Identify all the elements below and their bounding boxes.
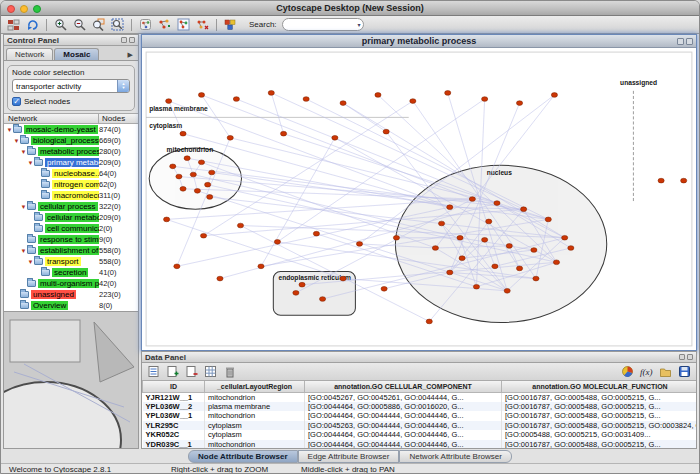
network-node[interactable] — [521, 207, 527, 212]
network-node[interactable] — [482, 237, 488, 242]
delete-attribute-button[interactable] — [183, 364, 200, 379]
tree-row-label[interactable]: nitrogen compo... — [52, 180, 99, 189]
tab-node-attribute-browser[interactable]: Node Attribute Browser — [188, 450, 298, 463]
table-row[interactable]: YDR039C__1mitochondrion[GO:0044464, GO:0… — [143, 440, 697, 449]
tree-row[interactable]: response to stimul...9(0) — [4, 234, 138, 245]
network-node[interactable] — [164, 217, 170, 222]
tree-row[interactable]: cellular metabo...209(0) — [4, 212, 138, 223]
network-view-titlebar[interactable]: primary metabolic process — [142, 35, 696, 48]
table-cell[interactable]: mitochondrion — [205, 411, 305, 421]
network-node[interactable] — [459, 256, 465, 261]
chart-button[interactable] — [619, 364, 636, 379]
network-edge[interactable] — [202, 95, 231, 138]
search-field[interactable]: ▾ — [282, 18, 364, 31]
tree-row[interactable]: ▼transport558(0) — [4, 256, 138, 267]
tree-row-label[interactable]: transport — [45, 257, 81, 266]
network-node[interactable] — [356, 242, 362, 247]
table-cell[interactable]: mitochondrion — [205, 392, 305, 402]
table-cell[interactable]: [GO:0045267, GO:0045261, GO:0044444, G..… — [305, 392, 502, 402]
network-graph[interactable]: plasma membranecytoplasmmitochondrionnuc… — [142, 48, 696, 350]
tree-row[interactable]: ▼cellular process322(0) — [4, 201, 138, 212]
table-column-header[interactable]: ID — [143, 381, 205, 392]
network-node[interactable] — [166, 99, 172, 104]
table-cell[interactable]: [GO:0016787, GO:0005488, GO:0005215, G..… — [502, 440, 697, 449]
network-node[interactable] — [293, 291, 299, 296]
zoom-fit-button[interactable] — [109, 17, 126, 32]
network-node[interactable] — [184, 156, 190, 161]
tree-row[interactable]: ▼establishment of l...558(0) — [4, 245, 138, 256]
table-cell[interactable]: [GO:0044464, GO:0005886, GO:0016020, G..… — [305, 402, 502, 412]
tree-header[interactable]: Network Nodes — [4, 113, 138, 124]
tree-row[interactable]: multi-organism pro...42(0) — [4, 278, 138, 289]
network-node[interactable] — [194, 188, 200, 193]
table-cell[interactable]: YLR295C — [143, 421, 205, 431]
network-node[interactable] — [551, 93, 557, 98]
expand-triangle-icon[interactable]: ▼ — [20, 204, 27, 210]
tree-row-label[interactable]: Overview — [31, 301, 68, 310]
tree-row[interactable]: nitrogen compo...62(0) — [4, 179, 138, 190]
network-node[interactable] — [531, 248, 537, 253]
import-network-button[interactable] — [5, 17, 22, 32]
table-cell[interactable]: YDR039C__1 — [143, 440, 205, 449]
network-node[interactable] — [180, 131, 186, 136]
network-node[interactable] — [170, 164, 176, 169]
frame-maximize-icon[interactable] — [686, 38, 693, 45]
table-cell[interactable]: [GO:0044464, GO:0044444, GO:0044446, G..… — [305, 411, 502, 421]
new-attribute-button[interactable] — [164, 364, 181, 379]
network-node[interactable] — [438, 221, 444, 226]
network-node[interactable] — [258, 264, 264, 269]
select-nodes-checkbox[interactable]: ✓ — [12, 97, 21, 106]
titlebar[interactable]: Cytoscape Desktop (New Session) — [1, 1, 699, 16]
network-node[interactable] — [209, 170, 215, 175]
table-cell[interactable]: YKR052C — [143, 430, 205, 440]
network-node[interactable] — [268, 91, 274, 96]
network-node[interactable] — [340, 276, 346, 281]
network-node[interactable] — [494, 201, 500, 206]
table-row[interactable]: YKR052Ccytoplasm[GO:0044464, GO:0044444,… — [143, 430, 697, 440]
network-node[interactable] — [447, 270, 453, 275]
network-node[interactable] — [457, 235, 463, 240]
table-cell[interactable]: [GO:0044464, GO:0044444, GO:0044446, G..… — [305, 430, 502, 440]
network-node[interactable] — [174, 264, 180, 269]
table-cell[interactable]: cytoplasm — [205, 430, 305, 440]
tab-overflow-button[interactable]: ▶ — [125, 50, 136, 60]
table-cell[interactable]: [GO:0045263, GO:0044444, GO:0044446, G..… — [305, 421, 502, 431]
node-color-dropdown[interactable]: transporter activity ▲▼ — [12, 79, 130, 93]
table-cell[interactable]: YPL036W__2 — [143, 402, 205, 412]
select-attributes-button[interactable] — [145, 364, 162, 379]
tree-row-label[interactable]: mosaic-demo-yeast — [24, 125, 98, 134]
expand-triangle-icon[interactable]: ▼ — [6, 127, 13, 133]
network-node[interactable] — [426, 319, 432, 324]
expand-triangle-icon[interactable]: ▼ — [20, 248, 27, 254]
tree-column-network[interactable]: Network — [4, 114, 98, 123]
network-edge[interactable] — [202, 95, 473, 199]
tree-row-label[interactable]: secretion — [52, 268, 88, 277]
network-node[interactable] — [410, 99, 416, 104]
tree-row[interactable]: Overview8(0) — [4, 300, 138, 311]
network-canvas[interactable]: plasma membranecytoplasmmitochondrionnuc… — [142, 48, 696, 350]
network-node[interactable] — [200, 233, 206, 238]
network-node[interactable] — [432, 246, 438, 251]
frame-minimize-icon[interactable] — [677, 38, 684, 45]
search-input[interactable] — [288, 20, 358, 30]
table-cell[interactable]: cytoplasm — [205, 421, 305, 431]
table-cell[interactable]: YJR121W__1 — [143, 392, 205, 402]
tab-mosaic[interactable]: Mosaic — [54, 48, 99, 60]
tree-row[interactable]: ▼mosaic-demo-yeast874(0) — [4, 124, 138, 135]
network-node[interactable] — [205, 182, 211, 187]
table-cell[interactable]: [GO:0005488, GO:0005215, GO:0031409... — [502, 430, 697, 440]
network-node[interactable] — [469, 197, 475, 202]
tree-row-label[interactable]: macromolecule... — [52, 191, 99, 200]
table-cell[interactable]: plasma membrane — [205, 402, 305, 412]
vizmapper-button[interactable] — [222, 17, 239, 32]
expand-triangle-icon[interactable]: ▼ — [27, 160, 34, 166]
attribute-table-header[interactable]: ID_cellularLayoutRegionannotation.GO CEL… — [143, 381, 697, 392]
tree-row[interactable]: ▼biological_process669(0) — [4, 135, 138, 146]
network-node[interactable] — [227, 135, 233, 140]
network-node[interactable] — [473, 284, 479, 289]
network-node[interactable] — [492, 264, 498, 269]
refresh-button[interactable] — [24, 17, 41, 32]
network-view-button[interactable] — [175, 17, 192, 32]
network-node[interactable] — [313, 231, 319, 236]
network-node[interactable] — [237, 223, 243, 228]
